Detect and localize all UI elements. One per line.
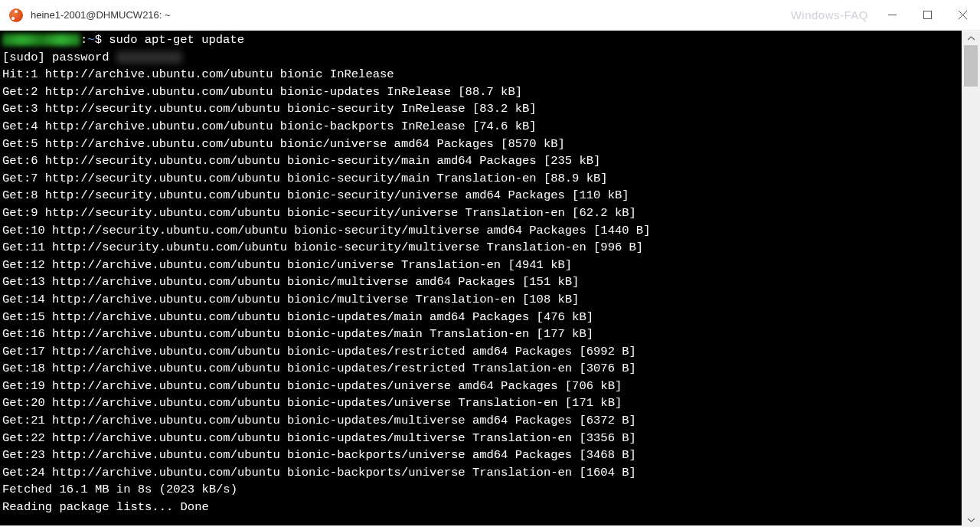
sudo-password-prefix: [sudo] password: [2, 51, 116, 64]
output-line: Get:24 http://archive.ubuntu.com/ubuntu …: [2, 464, 959, 482]
window-title: heine1-2001@DHMUCW216: ~: [31, 9, 171, 21]
output-line: Get:9 http://security.ubuntu.com/ubuntu …: [2, 205, 959, 222]
maximize-button[interactable]: [910, 0, 945, 31]
output-line: Get:2 http://archive.ubuntu.com/ubuntu b…: [2, 83, 959, 101]
scroll-down-button[interactable]: [962, 513, 980, 527]
output-line: Get:10 http://security.ubuntu.com/ubuntu…: [2, 222, 959, 240]
output-line: Get:21 http://archive.ubuntu.com/ubuntu …: [2, 412, 959, 430]
prompt-cwd: ~: [87, 33, 94, 47]
output-line: Hit:1 http://archive.ubuntu.com/ubuntu b…: [2, 66, 959, 83]
minimize-button[interactable]: [874, 0, 910, 31]
window-controls: [874, 0, 980, 31]
output-line: Get:4 http://archive.ubuntu.com/ubuntu b…: [2, 118, 959, 136]
output-line: Get:17 http://archive.ubuntu.com/ubuntu …: [2, 343, 959, 361]
output-line: Get:16 http://archive.ubuntu.com/ubuntu …: [2, 326, 959, 343]
output-line: Get:14 http://archive.ubuntu.com/ubuntu …: [2, 291, 959, 309]
sudo-password-blurred: [116, 51, 182, 64]
output-line: Get:8 http://security.ubuntu.com/ubuntu …: [2, 187, 959, 205]
output-line: Get:12 http://archive.ubuntu.com/ubuntu …: [2, 257, 959, 274]
watermark-text: Windows-FAQ: [791, 8, 868, 21]
terminal-output[interactable]: :~$ sudo apt-get update[sudo] password H…: [0, 31, 962, 525]
output-line: Get:19 http://archive.ubuntu.com/ubuntu …: [2, 378, 959, 395]
scroll-up-button[interactable]: [962, 31, 980, 45]
output-line: Get:18 http://archive.ubuntu.com/ubuntu …: [2, 360, 959, 378]
scrollbar-track[interactable]: [962, 45, 980, 513]
output-line: Get:22 http://archive.ubuntu.com/ubuntu …: [2, 430, 959, 447]
svg-rect-1: [923, 11, 931, 19]
output-line: Fetched 16.1 MB in 8s (2023 kB/s): [2, 481, 959, 499]
output-line: Get:13 http://archive.ubuntu.com/ubuntu …: [2, 273, 959, 291]
titlebar-left: heine1-2001@DHMUCW216: ~: [0, 8, 791, 22]
prompt-line: :~$ sudo apt-get update: [2, 31, 959, 49]
output-line: Get:20 http://archive.ubuntu.com/ubuntu …: [2, 394, 959, 412]
prompt-colon: :: [80, 33, 87, 47]
output-line: Get:6 http://security.ubuntu.com/ubuntu …: [2, 152, 959, 170]
prompt-symbol: $: [95, 33, 109, 47]
vertical-scrollbar[interactable]: [962, 31, 980, 527]
output-line: Get:15 http://archive.ubuntu.com/ubuntu …: [2, 309, 959, 326]
prompt-command: sudo apt-get update: [109, 33, 244, 47]
output-line: Get:23 http://archive.ubuntu.com/ubuntu …: [2, 447, 959, 464]
output-line: Get:7 http://security.ubuntu.com/ubuntu …: [2, 170, 959, 188]
output-line: Get:5 http://archive.ubuntu.com/ubuntu b…: [2, 136, 959, 153]
output-line: Get:11 http://security.ubuntu.com/ubuntu…: [2, 239, 959, 257]
close-button[interactable]: [945, 0, 980, 31]
prompt-user-host-blurred: [2, 34, 80, 46]
output-line: Reading package lists... Done: [2, 499, 959, 516]
output-line: Get:3 http://security.ubuntu.com/ubuntu …: [2, 100, 959, 118]
window-titlebar: heine1-2001@DHMUCW216: ~ Windows-FAQ: [0, 0, 980, 31]
ubuntu-icon: [9, 8, 23, 22]
sudo-password-line: [sudo] password: [2, 49, 959, 67]
scrollbar-thumb[interactable]: [964, 45, 978, 87]
